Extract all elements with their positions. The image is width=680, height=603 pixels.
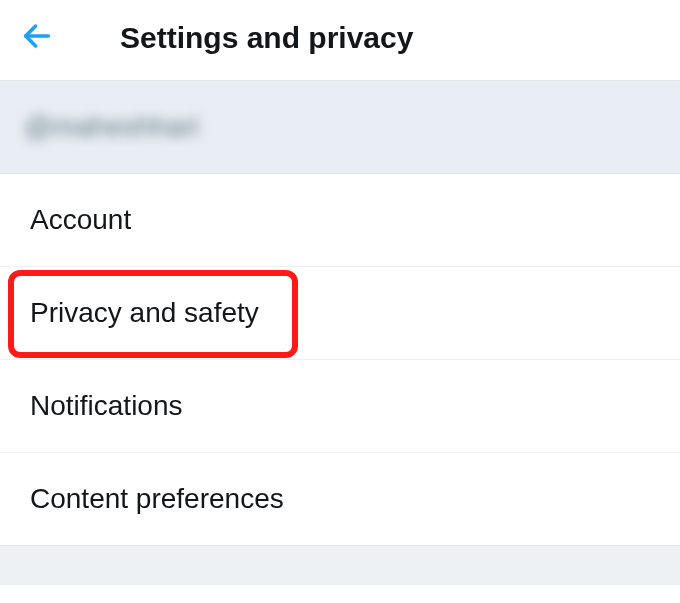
settings-menu: Account Privacy and safety Notifications… <box>0 174 680 545</box>
menu-item-label: Notifications <box>30 390 183 421</box>
menu-item-label: Account <box>30 204 131 235</box>
menu-item-content-preferences[interactable]: Content preferences <box>0 453 680 545</box>
menu-item-account[interactable]: Account <box>0 174 680 267</box>
page-title: Settings and privacy <box>120 21 413 55</box>
header-bar: Settings and privacy <box>0 0 680 80</box>
menu-item-label: Content preferences <box>30 483 284 514</box>
username-handle: @maheshhari <box>24 111 656 143</box>
username-section: @maheshhari <box>0 80 680 174</box>
menu-item-label: Privacy and safety <box>30 297 259 328</box>
back-button[interactable] <box>20 18 60 58</box>
arrow-left-icon <box>20 19 54 57</box>
menu-item-privacy-safety[interactable]: Privacy and safety <box>0 267 680 360</box>
section-divider <box>0 545 680 585</box>
menu-item-notifications[interactable]: Notifications <box>0 360 680 453</box>
